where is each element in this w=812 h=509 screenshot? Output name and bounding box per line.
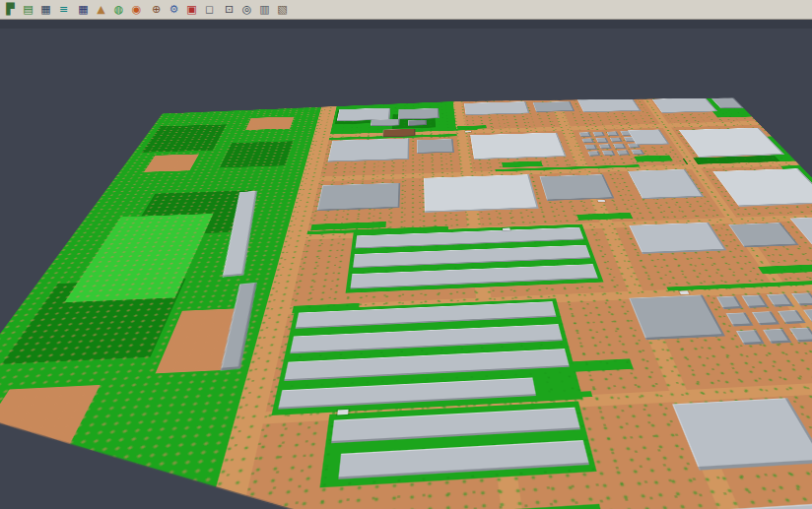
vehicle (465, 131, 471, 133)
building-roof (672, 398, 812, 470)
select-icon[interactable]: ◻ (202, 2, 217, 17)
storage-unit (584, 145, 597, 150)
zoom-extent-icon[interactable]: ⊡ (222, 2, 237, 17)
building-roof (679, 128, 784, 158)
storage-unit (610, 138, 623, 143)
vegetation-patch (502, 161, 543, 168)
building-roof (533, 101, 575, 112)
vehicle (597, 200, 605, 203)
storage-unit (613, 144, 626, 149)
terrain-icon[interactable]: ▲ (94, 2, 108, 17)
vegetation-patch (220, 141, 294, 167)
storage-unit (606, 131, 619, 136)
building-roof (728, 223, 799, 247)
layers-icon[interactable]: ≡ (56, 2, 71, 17)
measure-icon[interactable]: ⊕ (149, 2, 164, 17)
building-roof (424, 174, 539, 213)
storage-unit (726, 312, 754, 326)
ground-patch (245, 117, 294, 130)
import-data-icon[interactable]: ▤ (21, 2, 35, 17)
open-project-icon[interactable]: ▛ (3, 2, 18, 17)
save-icon[interactable]: ▦ (38, 2, 53, 17)
storage-unit (599, 144, 612, 149)
building-roof (382, 129, 415, 138)
storage-unit (789, 328, 812, 343)
building-roof (629, 294, 725, 340)
terrain-model (0, 94, 812, 509)
storage-unit (742, 295, 769, 308)
orthophoto-icon[interactable]: ◍ (111, 2, 126, 17)
vehicle (337, 410, 348, 415)
clip-box-icon[interactable]: ▣ (184, 2, 199, 17)
building-roof (408, 120, 427, 126)
building-roof (464, 101, 530, 115)
building-roof (577, 98, 642, 113)
storage-unit (587, 151, 600, 156)
building-roof (789, 216, 812, 254)
classification-icon[interactable]: ◉ (129, 2, 144, 17)
storage-unit (716, 296, 743, 309)
storage-unit (752, 311, 779, 325)
storage-unit (763, 329, 791, 344)
storage-unit (592, 132, 605, 137)
building-roof (417, 139, 454, 154)
vehicle (679, 290, 689, 294)
building-roof (398, 108, 440, 119)
building-roof (652, 97, 718, 113)
building-roof (470, 133, 567, 159)
vehicle (503, 227, 510, 230)
storage-unit (617, 150, 631, 155)
building-roof (328, 138, 410, 161)
storage-unit (736, 330, 765, 345)
snapshot-icon[interactable]: ▥ (257, 2, 272, 17)
toolbar-divider (0, 20, 812, 29)
building-roof (540, 174, 615, 201)
export-icon[interactable]: ▧ (275, 2, 290, 17)
building-roof (712, 168, 812, 207)
shed-gap-vegetation (309, 504, 610, 509)
globe-icon[interactable]: ◎ (239, 2, 254, 17)
vegetation-patch (634, 156, 673, 162)
vegetation-patch (576, 213, 633, 221)
toolbar: ▛▤▦≡▦▲◍◉⊕⚙▣◻⊡◎▥▧ (0, 0, 812, 20)
application-window: ▛▤▦≡▦▲◍◉⊕⚙▣◻⊡◎▥▧ (0, 0, 812, 509)
storage-unit (602, 151, 615, 156)
building-roof (371, 119, 400, 126)
building-roof (317, 183, 401, 211)
building-roof (629, 223, 726, 254)
3d-viewport[interactable] (0, 29, 812, 509)
settings-icon[interactable]: ⚙ (167, 2, 181, 17)
storage-unit (596, 138, 609, 143)
storage-unit (578, 132, 591, 137)
building-roof (628, 169, 705, 199)
storage-unit (631, 150, 644, 155)
grid-icon[interactable]: ▦ (76, 2, 91, 17)
storage-unit (581, 138, 594, 143)
